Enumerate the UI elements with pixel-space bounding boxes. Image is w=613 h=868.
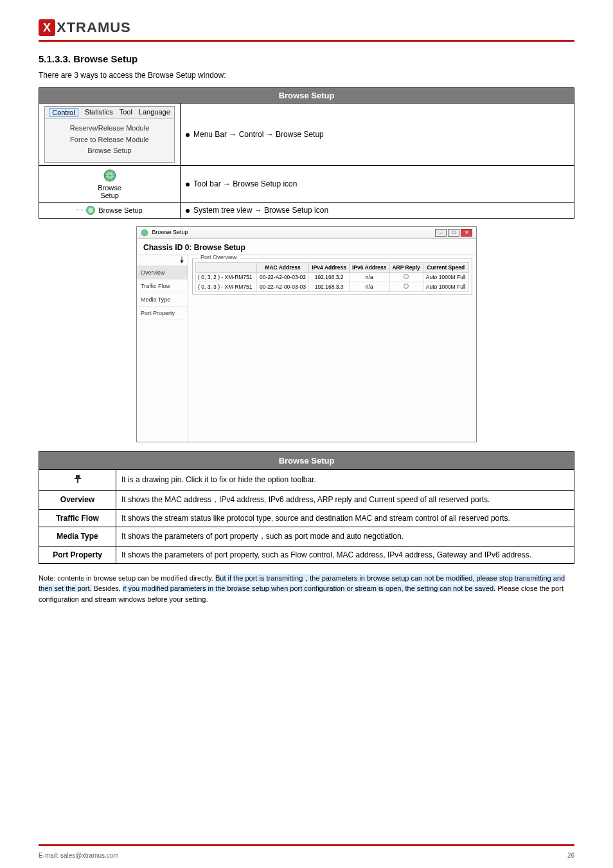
access-cell-tree: Browse Setup [39,202,181,218]
nav-port-property[interactable]: Port Property [137,307,188,320]
menu-dropdown-mock: Control Statistics Tool Language Reserve… [44,106,175,163]
opt-traffic-desc: It shows the stream status like protocol… [116,509,574,527]
brand-logo: X XTRAMUS [39,19,574,36]
cell-port: ( 0, 3, 2 ) - XM-RM751 [196,272,257,282]
section-intro: There are 3 ways to access the Browse Se… [39,69,574,81]
table-row: Browse Setup System tree view → Browse S… [39,202,574,218]
close-button[interactable]: ✕ [461,229,472,237]
maximize-button[interactable]: □ [448,229,459,237]
minimize-button[interactable]: – [435,229,447,237]
menu-tool[interactable]: Tool [120,108,132,117]
cell-speed: Auto 1000M Full [423,272,468,282]
col-ipv6: IPv6 Address [349,262,389,272]
cell-ipv6: n/a [349,282,389,291]
cell-speed: Auto 1000M Full [423,282,468,291]
cell-arp[interactable] [389,272,423,282]
access-cell-menu: Control Statistics Tool Language Reserve… [39,104,181,166]
col-arp: ARP Reply [389,262,423,272]
opt-pin-desc: It is a drawing pin. Click it to fix or … [116,469,574,490]
note-highlight-2: if you modified parameters in the browse… [123,584,495,592]
opt-traffic-label: Traffic Flow [39,509,116,527]
footer-rule [39,844,574,846]
arp-led-icon [404,274,409,279]
table-row: ( 0, 3, 3 ) - XM-RM751 00-22-A2-00-03-03… [196,282,469,291]
window-sidebar: Overview Traffic Flow Media Type Port Pr… [137,255,188,442]
window-title: Browse Setup [141,229,188,237]
page-footer: E-mail: sales@xtramus.com 26 [39,852,574,859]
nav-media-type[interactable]: Media Type [137,293,188,307]
port-overview-group: Port Overview MAC Address IPv4 Address I… [192,258,472,295]
pin-icon [73,474,83,484]
opt-portprop-desc: It shows the parameters of port property… [116,546,574,563]
table-row: Port Property It shows the parameters of… [39,546,574,563]
nav-overview[interactable]: Overview [137,266,188,280]
table-row: Browse Setup Tool bar → Browse Setup ico… [39,165,574,202]
col-ipv4: IPv4 Address [309,262,350,272]
options-table: Browse Setup It is a drawing pin. Click … [39,451,574,564]
access-desc-1: Menu Bar → Control → Browse Setup [181,104,574,166]
table-row: Traffic Flow It shows the stream status … [39,509,574,527]
header-rule [39,40,574,42]
access-cell-toolbar: Browse Setup [39,165,181,202]
browse-setup-tree-icon[interactable]: Browse Setup [44,205,175,215]
opt-pin-cell [39,469,116,490]
opt-overview-label: Overview [39,490,116,509]
footer-email: E-mail: sales@xtramus.com [39,852,119,859]
menu-language[interactable]: Language [139,108,170,117]
arp-led-icon [404,284,409,289]
toolbar-icon-label: Browse Setup [98,184,121,199]
menu-item-browse-setup[interactable]: Browse Setup [57,145,163,157]
col-mac: MAC Address [256,262,309,272]
section-heading: 5.1.3.3. Browse Setup [39,53,574,64]
svg-point-3 [89,208,93,212]
opt-overview-desc: It shows the MAC address，IPv4 address, I… [116,490,574,509]
cell-ipv6: n/a [349,272,389,282]
logo-mark: X [39,19,55,36]
window-buttons: – □ ✕ [435,229,472,237]
window-heading: Chassis ID 0: Browse Setup [137,239,476,255]
footer-page: 26 [567,852,574,859]
table-row: ( 0, 3, 2 ) - XM-RM751 00-22-A2-00-03-02… [196,272,469,282]
cell-ipv4: 192.168.3.3 [309,282,350,291]
svg-point-4 [141,230,148,236]
opt-media-label: Media Type [39,527,116,546]
access-desc-2: Tool bar → Browse Setup icon [181,165,574,202]
cell-arp[interactable] [389,282,423,291]
group-label: Port Overview [198,254,240,260]
browse-setup-window: Browse Setup – □ ✕ Chassis ID 0: Browse … [136,226,477,442]
table-row: Control Statistics Tool Language Reserve… [39,104,574,166]
pin-icon[interactable] [137,255,188,266]
access-table-header: Browse Setup [39,88,574,104]
cell-mac: 00-22-A2-00-03-03 [256,282,309,291]
browse-setup-toolbar-icon[interactable]: Browse Setup [91,168,129,199]
table-row: It is a drawing pin. Click it to fix or … [39,469,574,490]
menu-control[interactable]: Control [49,108,78,117]
access-table: Browse Setup Control Statistics Tool Lan… [39,87,574,219]
logo-text: XTRAMUS [57,19,131,36]
cell-ipv4: 192.168.3.2 [309,272,350,282]
tree-icon-label: Browse Setup [98,206,142,214]
options-header: Browse Setup [39,451,574,469]
cell-port: ( 0, 3, 3 ) - XM-RM751 [196,282,257,291]
menu-item-reserve[interactable]: Reserve/Release Module [57,123,163,134]
table-row: Overview It shows the MAC address，IPv4 a… [39,490,574,509]
col-speed: Current Speed [423,262,468,272]
cell-mac: 00-22-A2-00-03-02 [256,272,309,282]
port-overview-grid: MAC Address IPv4 Address IPv6 Address AR… [195,262,469,292]
menu-item-force-release[interactable]: Force to Release Module [57,134,163,146]
col-port [196,262,257,272]
opt-portprop-label: Port Property [39,546,116,563]
opt-media-desc: It shows the parameters of port property… [116,527,574,546]
menu-statistics[interactable]: Statistics [85,108,113,117]
access-desc-3: System tree view → Browse Setup icon [181,202,574,218]
table-row: Media Type It shows the parameters of po… [39,527,574,546]
nav-traffic-flow[interactable]: Traffic Flow [137,280,188,293]
note-paragraph: Note: contents in browse setup can be mo… [39,573,574,605]
